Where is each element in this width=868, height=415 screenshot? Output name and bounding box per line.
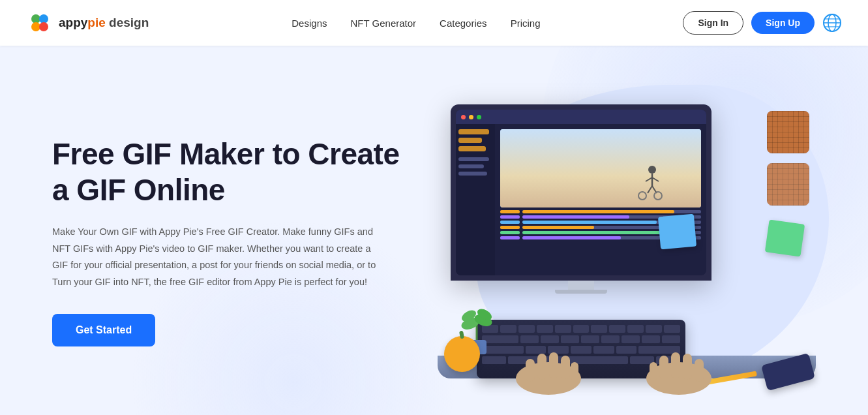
header: appypie design Designs NFT Generator Cat… <box>0 0 868 46</box>
svg-rect-22 <box>561 356 570 379</box>
logo-text: appypie design <box>59 16 149 30</box>
svg-point-16 <box>638 192 646 200</box>
hero-title: Free GIF Maker to Create a GIF Online <box>52 136 404 208</box>
screen-content <box>456 124 706 275</box>
signin-button[interactable]: Sign In <box>683 11 743 35</box>
fruit <box>444 336 480 372</box>
svg-rect-28 <box>683 354 692 380</box>
nav-item-designs[interactable]: Designs <box>292 18 327 29</box>
svg-rect-25 <box>650 362 657 380</box>
screen-main <box>495 124 706 275</box>
header-actions: Sign In Sign Up <box>683 11 842 35</box>
screen-header <box>456 110 706 124</box>
get-started-button[interactable]: Get Started <box>52 314 155 346</box>
globe-icon[interactable] <box>822 13 842 33</box>
hero-illustration <box>438 85 816 398</box>
svg-point-4 <box>39 22 48 31</box>
deco-square-2 <box>767 163 809 206</box>
sticky-note-blue <box>658 214 696 250</box>
deco-square-1 <box>767 111 809 153</box>
hero-section: Free GIF Maker to Create a GIF Online Ma… <box>0 46 868 415</box>
nav-item-pricing[interactable]: Pricing <box>511 18 541 29</box>
svg-line-14 <box>648 186 652 193</box>
svg-line-13 <box>652 177 659 181</box>
svg-rect-23 <box>571 362 578 380</box>
monitor-container <box>451 104 711 294</box>
svg-rect-19 <box>526 359 535 382</box>
logo-area[interactable]: appypie design <box>26 9 149 37</box>
hero-description: Make Your Own GIF with Appy Pie's Free G… <box>52 224 378 290</box>
main-nav: Designs NFT Generator Categories Pricing <box>292 18 540 29</box>
svg-line-12 <box>646 177 652 181</box>
svg-rect-27 <box>671 352 680 378</box>
svg-rect-20 <box>537 354 546 380</box>
video-preview <box>500 129 701 208</box>
hero-left: Free GIF Maker to Create a GIF Online Ma… <box>52 136 404 346</box>
nav-item-categories[interactable]: Categories <box>440 18 487 29</box>
svg-point-10 <box>648 166 656 174</box>
svg-point-1 <box>31 14 40 23</box>
svg-rect-26 <box>659 356 668 379</box>
hands-illustration <box>490 333 738 398</box>
signup-button[interactable]: Sign Up <box>751 12 815 34</box>
nav-item-nft-generator[interactable]: NFT Generator <box>350 18 416 29</box>
svg-rect-0 <box>26 9 53 37</box>
svg-point-2 <box>39 14 48 23</box>
svg-point-3 <box>31 22 40 31</box>
svg-rect-21 <box>549 352 558 378</box>
svg-point-17 <box>654 192 662 200</box>
sticky-note-green <box>765 219 805 256</box>
svg-rect-29 <box>695 359 704 382</box>
logo-icon <box>26 9 53 37</box>
scooter-figure <box>629 163 668 202</box>
screen-sidebar <box>456 124 495 275</box>
